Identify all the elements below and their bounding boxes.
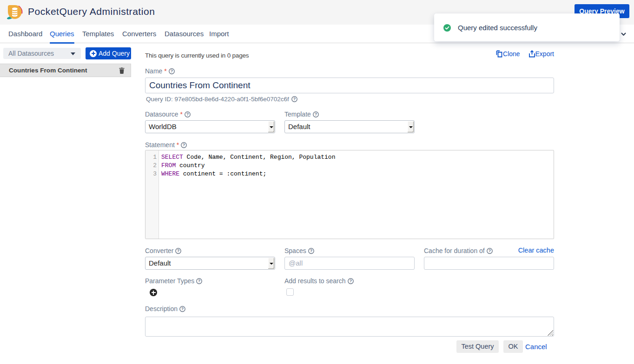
svg-text:?: ? bbox=[310, 248, 313, 253]
svg-text:?: ? bbox=[171, 69, 173, 73]
svg-text:?: ? bbox=[183, 143, 185, 147]
svg-text:?: ? bbox=[349, 279, 352, 283]
svg-text:?: ? bbox=[293, 97, 296, 101]
svg-text:?: ? bbox=[489, 248, 491, 253]
svg-text:?: ? bbox=[177, 248, 180, 253]
svg-text:?: ? bbox=[198, 279, 201, 283]
svg-text:?: ? bbox=[181, 306, 184, 311]
svg-text:?: ? bbox=[315, 112, 317, 117]
svg-text:?: ? bbox=[186, 112, 189, 117]
